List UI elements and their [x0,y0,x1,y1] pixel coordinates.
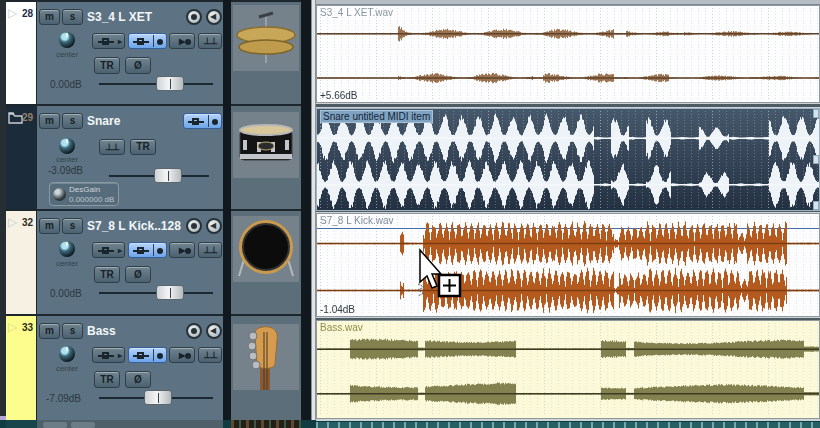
pan-knob[interactable] [59,138,75,154]
track-name: Bass [87,324,116,338]
tr-button[interactable]: TR [130,139,156,155]
midi-item-snare-selected[interactable]: Snare untitled MIDI item [316,108,820,211]
track-color-column[interactable]: 29 [6,106,37,209]
mute-button[interactable]: m [39,113,60,129]
track-picture-snare[interactable] [231,104,301,209]
automation-mode-button[interactable] [128,33,167,49]
track-picture-cymbal[interactable] [231,0,301,104]
audio-event-kick[interactable]: S7_8 L Kick.wav -1.04dB [316,213,820,317]
track-picture-bass[interactable] [231,314,301,420]
input-output-button[interactable]: ▸ [92,33,125,49]
event-gain: +5.66dB [320,90,358,101]
phase-button[interactable]: Ø [125,371,151,388]
pan-knob[interactable] [59,346,75,362]
volume-value: 0.00dB [50,79,82,90]
pan-knob[interactable] [59,32,75,48]
fader-handle[interactable] [156,76,184,91]
record-automation-icon [212,119,218,125]
track-color-column[interactable]: ▷ 28 [6,2,37,104]
folder-icon[interactable] [8,111,23,124]
volume-fader[interactable] [99,76,213,92]
expand-arrow-icon[interactable]: ▷ [8,216,17,228]
speaker-icon: ◀ [210,220,216,232]
phase-button[interactable]: Ø [125,266,151,283]
track-number: 28 [22,8,33,19]
automation-mode-button[interactable] [128,347,167,363]
pan-label: center [47,50,87,59]
speaker-icon: ◀ [210,325,216,337]
tr-button[interactable]: TR [94,266,120,283]
track-picture-kick[interactable] [231,209,301,314]
next-track-row-partial [0,420,316,428]
track-color-column[interactable]: ▷ 32 [6,211,37,314]
desgain-label: DesGain [69,185,100,194]
fade-handle[interactable] [813,109,819,118]
sends-button[interactable]: ⊥⊥ [198,242,222,258]
input-output-button[interactable]: ▸ [92,242,125,258]
track-name: Snare [87,114,120,128]
tr-button[interactable]: TR [94,371,120,388]
solo-button[interactable]: s [62,323,83,339]
solo-button[interactable]: s [62,218,83,234]
volume-value: -3.09dB [48,165,83,176]
column-divider[interactable] [223,0,231,428]
record-enable-button[interactable] [186,323,202,339]
expand-arrow-icon[interactable]: ▷ [8,7,17,19]
phase-button[interactable]: Ø [125,57,151,74]
daw-window: ▷ 28 m s S3_4 L XET ◀ center ▸ ▶ ⊥⊥ TR Ø… [0,0,820,428]
record-enable-button[interactable] [186,9,202,25]
track-row-snare: 29 m s Snare center -3.09dB ⊥⊥ TR DesGai… [6,104,223,209]
expand-arrow-icon[interactable]: ▷ [8,321,17,333]
record-enable-button[interactable] [186,218,202,234]
solo-button[interactable]: s [62,113,83,129]
mute-button[interactable]: m [39,218,60,234]
record-dot-icon [191,223,197,229]
column-divider[interactable] [301,0,311,428]
monitor-button[interactable]: ◀ [206,218,222,234]
arrow-icon: ▸ [118,352,122,360]
track-color-column[interactable]: ▷ 33 [6,316,37,420]
volume-handle[interactable] [813,155,819,164]
desgain-value: 0.000000 dB [69,195,114,204]
arrange-area[interactable]: S3_4 L XET.wav +5.66dB Snare untitled MI… [316,0,820,428]
track-number: 32 [22,217,33,228]
event-name: S3_4 L XET.wav [320,7,393,18]
tr-button[interactable]: TR [94,57,120,74]
event-gain: -1.04dB [320,304,355,315]
play-record-button[interactable]: ▶ [169,242,195,258]
record-automation-icon [157,353,163,359]
bass-guitar-icon [233,324,299,390]
automation-mode-button[interactable] [183,113,222,129]
kick-drum-icon [233,216,299,282]
sends-button[interactable]: ⊥⊥ [198,347,222,363]
fade-handle[interactable] [813,201,819,210]
monitor-button[interactable]: ◀ [206,9,222,25]
fader-handle[interactable] [156,285,184,300]
play-record-button[interactable]: ▶ [169,347,195,363]
track-number: 29 [22,112,33,123]
track-header: m s S7_8 L Kick..128 ◀ center ▸ ▶ ⊥⊥ TR … [37,211,223,314]
fader-handle[interactable] [144,390,172,405]
volume-fader[interactable] [109,168,209,184]
play-record-button[interactable]: ▶ [169,33,195,49]
input-output-button[interactable]: ▸ [92,347,125,363]
volume-value: 0.00dB [50,288,82,299]
desgain-panel[interactable]: DesGain 0.000000 dB [49,182,119,206]
mute-button[interactable]: m [39,9,60,25]
audio-event-bass[interactable]: Bass.wav [316,320,820,419]
next-track-strip [316,421,820,428]
fader-handle[interactable] [154,168,182,183]
volume-fader[interactable] [99,285,213,301]
mute-button[interactable]: m [39,323,60,339]
solo-button[interactable]: s [62,9,83,25]
record-dot-icon [191,328,197,334]
sends-button[interactable]: ⊥⊥ [198,33,222,49]
pan-knob[interactable] [59,241,75,257]
sends-button[interactable]: ⊥⊥ [99,139,125,155]
automation-mode-button[interactable] [128,242,167,258]
desgain-knob[interactable] [53,188,66,201]
monitor-button[interactable]: ◀ [206,323,222,339]
volume-fader[interactable] [99,390,213,406]
audio-event-xet[interactable]: S3_4 L XET.wav +5.66dB [316,5,820,103]
snare-drum-icon [233,112,299,178]
